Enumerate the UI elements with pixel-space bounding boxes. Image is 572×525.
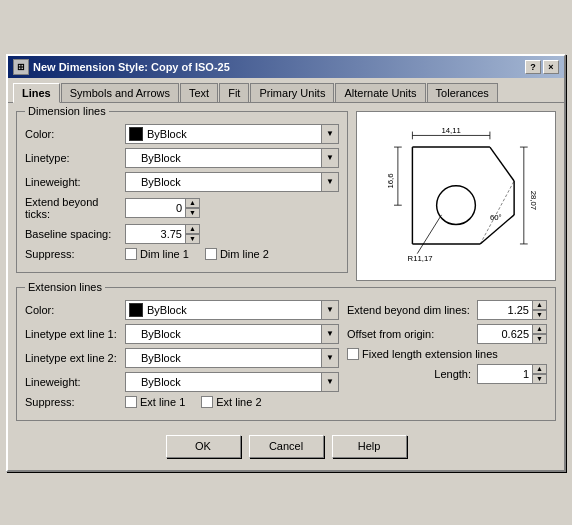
ext-linetype1-arrow[interactable]: ▼ — [321, 324, 339, 344]
baseline-label: Baseline spacing: — [25, 228, 125, 240]
extend-beyond-spin-buttons: ▲ ▼ — [185, 198, 200, 218]
fixed-length-checkbox[interactable] — [347, 348, 359, 360]
ext-lineweight-label: Lineweight: — [25, 376, 125, 388]
tab-tolerances[interactable]: Tolerances — [427, 83, 498, 103]
ext-linetype1-control: ByBlock ▼ — [125, 324, 339, 344]
ext-beyond-down[interactable]: ▼ — [532, 310, 547, 320]
offset-up[interactable]: ▲ — [532, 324, 547, 334]
ext-line2-checkbox-item: Ext line 2 — [201, 396, 261, 408]
ext-beyond-up[interactable]: ▲ — [532, 300, 547, 310]
ext-linetype2-control: ByBlock ▼ — [125, 348, 339, 368]
baseline-spinner: ▲ ▼ — [125, 224, 200, 244]
dim-line1-checkbox-item: Dim line 1 — [125, 248, 189, 260]
linetype-label: Linetype: — [25, 152, 125, 164]
ext-beyond-spinner: ▲ ▼ — [477, 300, 547, 320]
ext-beyond-label: Extend beyond dim lines: — [347, 304, 477, 316]
ext-line2-label: Ext line 2 — [216, 396, 261, 408]
ext-lineweight-row: Lineweight: ByBlock ▼ — [25, 372, 339, 392]
offset-spinner: ▲ ▼ — [477, 324, 547, 344]
ext-lineweight-arrow[interactable]: ▼ — [321, 372, 339, 392]
tab-alternate-units[interactable]: Alternate Units — [335, 83, 425, 103]
suppress-extlines-row: Suppress: Ext line 1 Ext line 2 — [25, 396, 339, 408]
tab-symbols-arrows[interactable]: Symbols and Arrows — [61, 83, 179, 103]
extend-beyond-up[interactable]: ▲ — [185, 198, 200, 208]
ext-color-row: Color: ByBlock ▼ — [25, 300, 339, 320]
ext-color-control: ByBlock ▼ — [125, 300, 339, 320]
length-row: Length: ▲ ▼ — [347, 364, 547, 384]
length-input[interactable] — [477, 364, 532, 384]
dim-line1-checkbox[interactable] — [125, 248, 137, 260]
length-down[interactable]: ▼ — [532, 374, 547, 384]
extension-lines-right: Extend beyond dim lines: ▲ ▼ Offset from… — [347, 300, 547, 412]
extension-lines-left: Color: ByBlock ▼ — [25, 300, 339, 412]
ext-lineweight-dropdown[interactable]: ByBlock — [125, 372, 321, 392]
title-bar-left: ⊞ New Dimension Style: Copy of ISO-25 — [13, 59, 230, 75]
baseline-up[interactable]: ▲ — [185, 224, 200, 234]
tab-primary-units[interactable]: Primary Units — [250, 83, 334, 103]
ext-color-dropdown[interactable]: ByBlock — [125, 300, 321, 320]
window-title: New Dimension Style: Copy of ISO-25 — [33, 61, 230, 73]
dim-line2-checkbox-item: Dim line 2 — [205, 248, 269, 260]
offset-down[interactable]: ▼ — [532, 334, 547, 344]
color-control: ByBlock ▼ — [125, 124, 339, 144]
ext-linetype1-dropdown[interactable]: ByBlock — [125, 324, 321, 344]
help-button[interactable]: ? — [525, 60, 541, 74]
ext-lineweight-control: ByBlock ▼ — [125, 372, 339, 392]
ext-linetype2-row: Linetype ext line 2: ByBlock ▼ — [25, 348, 339, 368]
tab-content: Dimension lines Color: ByBlock ▼ — [8, 102, 564, 470]
ext-line1-checkbox[interactable] — [125, 396, 137, 408]
ext-beyond-spin-buttons: ▲ ▼ — [532, 300, 547, 320]
dim-line2-checkbox[interactable] — [205, 248, 217, 260]
extend-beyond-input[interactable] — [125, 198, 185, 218]
title-bar: ⊞ New Dimension Style: Copy of ISO-25 ? … — [8, 56, 564, 78]
title-buttons: ? × — [525, 60, 559, 74]
ext-beyond-input[interactable] — [477, 300, 532, 320]
svg-text:60°: 60° — [490, 213, 502, 222]
color-label: Color: — [25, 128, 125, 140]
length-label: Length: — [347, 368, 477, 380]
dimension-lines-section: Dimension lines Color: ByBlock ▼ — [16, 111, 348, 273]
top-area: Dimension lines Color: ByBlock ▼ — [16, 111, 556, 281]
ok-button[interactable]: OK — [166, 435, 241, 458]
extend-beyond-row: Extend beyond ticks: ▲ ▼ — [25, 196, 339, 220]
lineweight-dropdown-arrow[interactable]: ▼ — [321, 172, 339, 192]
offset-input[interactable] — [477, 324, 532, 344]
ext-linetype2-label: Linetype ext line 2: — [25, 352, 125, 364]
svg-rect-0 — [364, 118, 548, 273]
color-swatch — [129, 127, 143, 141]
svg-text:R11,17: R11,17 — [408, 254, 433, 263]
linetype-dropdown[interactable]: ByBlock — [125, 148, 321, 168]
length-spinner: ▲ ▼ — [477, 364, 547, 384]
help-button-dialog[interactable]: Help — [332, 435, 407, 458]
extend-beyond-down[interactable]: ▼ — [185, 208, 200, 218]
lineweight-dropdown[interactable]: ByBlock — [125, 172, 321, 192]
tab-fit[interactable]: Fit — [219, 83, 249, 103]
ext-linetype2-dropdown[interactable]: ByBlock — [125, 348, 321, 368]
linetype-dropdown-arrow[interactable]: ▼ — [321, 148, 339, 168]
baseline-down[interactable]: ▼ — [185, 234, 200, 244]
fixed-length-label: Fixed length extension lines — [362, 348, 498, 360]
button-bar: OK Cancel Help — [16, 429, 556, 462]
ext-line2-checkbox[interactable] — [201, 396, 213, 408]
length-spin-buttons: ▲ ▼ — [532, 364, 547, 384]
linetype-row: Linetype: ByBlock ▼ — [25, 148, 339, 168]
preview-svg: 14,11 16,6 28,07 60° R11,17 — [361, 118, 551, 273]
ext-linetype1-label: Linetype ext line 1: — [25, 328, 125, 340]
ext-color-dropdown-arrow[interactable]: ▼ — [321, 300, 339, 320]
color-dropdown-arrow[interactable]: ▼ — [321, 124, 339, 144]
extend-beyond-spinner: ▲ ▼ — [125, 198, 200, 218]
length-up[interactable]: ▲ — [532, 364, 547, 374]
preview-panel: 14,11 16,6 28,07 60° R11,17 — [356, 111, 556, 281]
suppress-extlines-label: Suppress: — [25, 396, 125, 408]
svg-text:28,07: 28,07 — [529, 191, 538, 210]
color-dropdown[interactable]: ByBlock — [125, 124, 321, 144]
ext-linetype2-arrow[interactable]: ▼ — [321, 348, 339, 368]
lineweight-row: Lineweight: ByBlock ▼ — [25, 172, 339, 192]
offset-label: Offset from origin: — [347, 328, 477, 340]
tab-text[interactable]: Text — [180, 83, 218, 103]
cancel-button[interactable]: Cancel — [249, 435, 324, 458]
close-button[interactable]: × — [543, 60, 559, 74]
tab-lines[interactable]: Lines — [13, 83, 60, 103]
offset-spin-buttons: ▲ ▼ — [532, 324, 547, 344]
baseline-input[interactable] — [125, 224, 185, 244]
